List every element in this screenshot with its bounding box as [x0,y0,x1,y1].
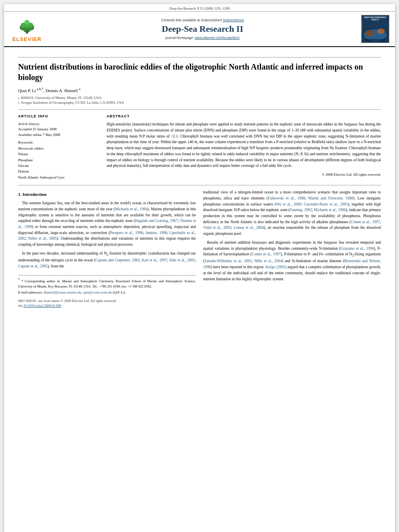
elsevier-tree-icon [15,17,39,35]
affil-marker-a: a,b,* [37,87,43,91]
email-label: E-mail addresses: [18,290,43,294]
affil-b: b Scripps Institution of Oceanography, U… [18,100,381,105]
divider-bottom-abstract [18,185,381,185]
ref-cotner1997[interactable]: Cotner et al., 1997 [351,220,380,224]
ref-wu[interactable]: Wu et al., 2000 [276,202,301,206]
ref-michaels1996[interactable]: Michaels et al., 1996 [314,208,346,212]
journal-citation: Deep-Sea Research II 55 (2008) 1291–1299 [169,6,230,10]
ref-sanudo[interactable]: Sanudo-Wilhelmy et al., 2001 [204,259,252,263]
homepage-link[interactable]: www.elsevier.com/locate/dsr2 [195,36,240,40]
cover-art-icon [361,22,389,43]
article-info-col: ARTICLE INFO Article history: Accepted 2… [18,114,99,180]
svg-point-11 [365,30,374,36]
affil-a-marker: a [18,97,20,101]
sciencedirect-line: Contents lists available at ScienceDirec… [161,18,244,22]
cover-image: DEEP-SEA RESEARCH PART II [361,15,389,43]
header-area: ELSEVIER Contents lists available at Sci… [4,12,395,47]
ref-graziano[interactable]: Graziano et al., 1996 [341,246,374,251]
journal-homepage: journal homepage: www.elsevier.com/locat… [165,36,239,40]
col-left: 1. Introduction The western Sargasso Sea… [18,189,196,308]
article-body: Nutrient distributions in baroclinic edd… [4,47,395,314]
ref-jenkins[interactable]: Jenkins, 1998 [145,231,167,235]
issn-line: 0967-0645/$ - see front matter © 2008 El… [18,298,196,304]
svg-rect-13 [366,39,385,41]
doi-link[interactable]: 10.1016/j.dsr2.2008.01.009 [23,304,61,308]
copyright: © 2008 Elsevier Ltd. All rights reserved… [107,172,381,178]
keyword-2: Nitrate [18,151,99,157]
abstract-text: High-sensitivity (nanomolar) techniques … [107,121,381,169]
svg-point-7 [25,20,30,25]
email-attribution: (Q.P. Li). [113,290,126,294]
accepted-date: Accepted 25 January 2008 [18,127,99,132]
right-para-2: Results of nutrient addition bioassays a… [203,240,381,282]
svg-point-12 [377,29,385,34]
keyword-1: Mesoscale eddies [18,146,99,151]
affiliations: a RSMAS, University of Miami, Miami, FL … [18,95,381,106]
ref-vidal[interactable]: Vidal et al., 2003 [203,226,231,230]
journal-topline: Deep-Sea Research II 55 (2008) 1291–1299 [4,4,395,12]
affil-a-text: RSMAS, University of Miami, Miami, FL 33… [21,95,101,101]
ref-karl1997[interactable]: Karl et al., 1997 [142,258,167,262]
elsevier-wordmark: ELSEVIER [12,36,41,42]
ref-michaels1994[interactable]: Michaels et al., 1994 [115,207,148,211]
ref-mills[interactable]: Mills et al., 2004 [254,259,282,263]
doi-label: doi: [18,304,23,308]
footnote-star: * * Corresponding author at: Marine and … [18,277,196,289]
keyword-5: Diatom [18,168,99,174]
ref-capone1982[interactable]: Capone and Carpenter, 1982 [95,258,140,262]
journal-cover: DEEP-SEA RESEARCH PART II [360,15,390,43]
cover-band-text: DEEP-SEA RESEARCH PART II [362,15,389,22]
svg-point-8 [26,31,28,33]
ref-lomas[interactable]: Lomas et al., 2004 [234,226,264,230]
page: Deep-Sea Research II 55 (2008) 1291–1299 [4,4,395,532]
doi-line: doi:10.1016/j.dsr2.2008.01.009 [18,303,196,308]
affil-a: a RSMAS, University of Miami, Miami, FL … [18,95,381,101]
abstract-heading: ABSTRACT [107,114,381,119]
ref-zehr[interactable]: Zehr et al., 2001 [169,258,195,262]
footnote-email: E-mail addresses: dhansell@rsmas.miami.e… [18,290,196,295]
ref-fanning[interactable]: Fanning, 1992 [290,208,312,212]
sciencedirect-link[interactable]: ScienceDirect [223,18,244,22]
history-label: Article history: [18,121,99,127]
ref-palter[interactable]: Palter et al., 2005 [28,236,57,240]
article-title: Nutrient distributions in baroclinic edd… [18,62,381,82]
elsevier-logo: ELSEVIER [10,16,44,42]
author-names: Qian P. Li a,b,*, Dennis A. Hansell a [18,88,80,93]
article-info-heading: ARTICLE INFO [18,114,99,119]
ref-dugdale[interactable]: Dugdale and Goering, 1967 [135,219,177,223]
ref-prospero[interactable]: Prospero et al., 1996 [110,231,143,235]
col-right: traditional view of a nitrogen-limited o… [203,189,381,308]
ref-capone2005[interactable]: Capone et al., 2005 [18,264,48,268]
intro-para-1: The western Sargasso Sea, one of the bes… [18,200,196,248]
intro-para-2: In the past two decades, increased under… [18,251,196,269]
keyword-4: Silicate [18,163,99,168]
ref-cavender[interactable]: Cavender-Bares et al., 2001 [304,202,348,206]
info-abstract-section: ARTICLE INFO Article history: Accepted 2… [18,114,381,180]
divider-top [18,57,381,58]
affil-b-text: Scripps Institution of Oceanography, UCS… [21,100,124,105]
authors-line: Qian P. Li a,b,*, Dennis A. Hansell a [18,87,381,93]
email-link-1[interactable]: dhansell@rsmas.miami.edu [43,290,81,294]
keywords-list: Mesoscale eddies Nitrate Phosphate Silic… [18,146,99,180]
article-history: Article history: Accepted 25 January 200… [18,121,99,138]
keyword-6: North Atlantic Subtropical Gyre [18,175,99,180]
right-para-1: traditional view of a nitrogen-limited o… [203,189,381,237]
bottom-info: 0967-0645/$ - see front matter © 2008 El… [18,298,196,309]
header-center: Contents lists available at ScienceDirec… [49,15,356,43]
affil-marker-b: a [79,87,80,91]
ref-falkowski[interactable]: Falkowski et al., 1998 [268,196,305,200]
ref-arrigo[interactable]: Arrigo (2005) [265,265,286,269]
elsevier-logo-area: ELSEVIER [9,15,45,43]
ref-martin[interactable]: Martin and Fitzwater, 1988 [308,196,353,200]
footnote-text: * Corresponding author at: Marine and At… [18,279,196,288]
intro-heading: 1. Introduction [18,191,196,198]
footnotes-area: * * Corresponding author at: Marine and … [18,275,196,295]
ref-cotner1997b[interactable]: Cotner et al., 1997 [252,252,281,256]
affil-b-marker: b [18,101,20,105]
keywords-label: Keywords: [18,140,99,146]
footnote-star-marker: * [18,278,20,281]
available-date: Available online 7 May 2008 [18,132,99,138]
divider-mid [18,109,381,110]
abstract-col: ABSTRACT High-sensitivity (nanomolar) te… [107,114,381,180]
email-link-2[interactable]: qian@coast.ucsd.edu [83,290,112,294]
